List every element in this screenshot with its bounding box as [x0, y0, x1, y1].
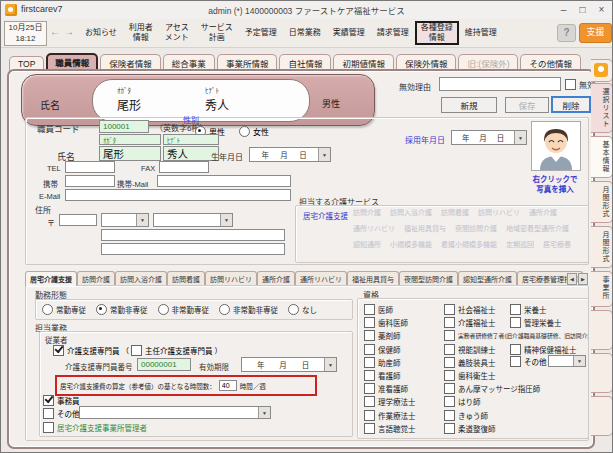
checkbox-icon[interactable] [364, 330, 375, 341]
qualification-checkbox[interactable]: 助産師 [364, 356, 416, 369]
menu-item[interactable]: アセス メント [159, 22, 195, 43]
side-tab[interactable]: 月間形式 [591, 181, 613, 223]
qualification-checkbox[interactable]: 保健師 [364, 343, 416, 356]
service-tab[interactable]: 訪問リハビリ [205, 271, 257, 286]
checkbox-icon[interactable] [444, 330, 455, 341]
qualification-checkbox[interactable]: 歯科医師 [364, 316, 416, 329]
radio-icon[interactable] [42, 304, 53, 315]
qualification-checkbox[interactable]: 言語聴覚士 [364, 422, 416, 435]
checkbox-icon[interactable] [364, 317, 375, 328]
tel-input[interactable] [65, 161, 115, 173]
email-input[interactable] [65, 189, 291, 201]
chevron-down-icon[interactable]: ▼ [573, 356, 585, 366]
other-duty-checkbox[interactable]: その他 [43, 408, 80, 419]
qualification-checkbox[interactable]: 医師 [364, 303, 416, 316]
checkbox-icon[interactable] [510, 304, 521, 315]
side-tab[interactable]: 事業所 [591, 271, 613, 307]
chief-care-manager-checkbox[interactable]: 主任介護支援専門員 [131, 345, 213, 356]
work-style-radio[interactable]: 常勤非専従 [96, 304, 148, 315]
chevron-down-icon[interactable]: ▼ [220, 214, 232, 226]
checkbox-icon[interactable] [364, 383, 375, 394]
checkbox-icon[interactable] [43, 408, 54, 419]
menu-item[interactable]: 実績管理 [327, 27, 371, 39]
checkbox-icon[interactable] [364, 410, 375, 421]
qualification-checkbox[interactable]: 柔道整復師 [444, 422, 589, 435]
chevron-down-icon[interactable]: ▼ [318, 148, 330, 161]
checkbox-icon[interactable] [444, 383, 455, 394]
menu-item[interactable]: 各種登録 情報 [415, 21, 459, 44]
menu-item[interactable]: 維持管理 [459, 27, 503, 39]
service-tab[interactable]: 認知型通所介護 [458, 271, 517, 286]
office-manager-checkbox[interactable]: 居宅介護支援事業所管理者 [43, 422, 147, 433]
kana-last-field[interactable]: ｵｶﾞﾀ [99, 134, 161, 145]
checkbox-icon[interactable] [131, 345, 142, 356]
qualification-checkbox[interactable]: 准看護師 [364, 382, 416, 395]
service-tab[interactable]: 通所介護 [257, 271, 295, 286]
chevron-down-icon[interactable]: ▼ [258, 407, 270, 418]
help-button[interactable]: ? [557, 24, 576, 42]
work-style-radio[interactable]: 非常勤専従 [158, 304, 210, 315]
support-button[interactable]: 支援 [579, 23, 612, 43]
address-line2-input[interactable] [101, 243, 285, 255]
mascot-tab[interactable] [591, 59, 613, 82]
qualification-checkbox[interactable]: 歯科衛生士 [444, 369, 589, 382]
work-style-radio[interactable]: なし [288, 304, 317, 315]
side-tab[interactable] [591, 353, 613, 393]
checkbox-icon[interactable] [444, 410, 455, 421]
service-tab[interactable]: 通所リハビリ [295, 271, 347, 286]
chevron-down-icon[interactable]: ▼ [136, 214, 148, 226]
checkbox-icon[interactable] [53, 345, 64, 356]
validity-date-select[interactable]: 年 月 日 ▼ [241, 357, 337, 372]
city-select[interactable]: ▼ [153, 213, 233, 227]
checkbox-icon[interactable] [444, 357, 455, 368]
checkbox-icon[interactable] [444, 423, 455, 434]
back-arrow-button[interactable]: ← [50, 26, 60, 37]
last-name-field[interactable]: 尾形 [99, 146, 161, 161]
tab-scroll-right-button[interactable]: ▶ [578, 273, 588, 285]
qualification-checkbox[interactable]: 看護師 [364, 369, 416, 382]
delete-button[interactable]: 削除 [551, 96, 591, 113]
tab-scroll-left-button[interactable]: ◀ [567, 273, 577, 285]
hire-date-select[interactable]: 年 月 日 ▼ [451, 130, 527, 145]
service-tab[interactable]: 福祉用具貸与 [347, 271, 399, 286]
radio-icon[interactable] [219, 304, 230, 315]
birth-date-select[interactable]: 年 月 日 ▼ [249, 147, 331, 162]
side-tab[interactable] [591, 396, 613, 436]
checkbox-icon[interactable] [364, 423, 375, 434]
menu-item[interactable]: 日常業務 [283, 27, 327, 39]
invalid-checkbox-box[interactable] [565, 79, 576, 90]
checkbox-icon[interactable] [510, 317, 521, 328]
checkbox-icon[interactable] [364, 344, 375, 355]
qualification-checkbox[interactable]: きゅう師 [444, 409, 589, 422]
qualification-checkbox[interactable]: 精神保健福祉士 [510, 343, 577, 356]
checkbox-icon[interactable] [444, 370, 455, 381]
qualification-checkbox[interactable]: 理学療法士 [364, 395, 416, 408]
checkbox-icon[interactable] [364, 304, 375, 315]
new-button[interactable]: 新規 [441, 97, 497, 113]
menu-item[interactable]: 利用者 情報 [123, 22, 159, 43]
menu-item[interactable]: 予定管理 [239, 27, 283, 39]
chevron-down-icon[interactable]: ▼ [324, 358, 336, 371]
radio-icon[interactable] [158, 304, 169, 315]
staff-photo[interactable] [531, 121, 581, 171]
qual-other-checkbox[interactable]: その他 [510, 356, 547, 367]
work-style-radio[interactable]: 常勤専従 [42, 304, 86, 315]
side-tab[interactable]: 選択リスト [591, 83, 613, 133]
kana-first-field[interactable]: ﾋﾃﾞﾄ [163, 134, 219, 145]
prefecture-select[interactable]: ▼ [101, 213, 149, 227]
qualification-checkbox[interactable]: あん摩マッサージ指圧師 [444, 382, 589, 395]
checkbox-icon[interactable] [364, 370, 375, 381]
invalid-reason-input[interactable] [439, 77, 561, 91]
mobile-input[interactable] [65, 175, 115, 187]
fax-input[interactable] [159, 161, 209, 173]
menu-item[interactable]: お知らせ [79, 27, 123, 39]
checkbox-icon[interactable] [444, 396, 455, 407]
menu-item[interactable]: 請求管理 [371, 27, 415, 39]
checkbox-icon[interactable] [510, 356, 521, 367]
forward-arrow-button[interactable]: → [64, 26, 74, 37]
side-tab[interactable]: 基本情報 [591, 136, 613, 178]
checkbox-icon[interactable] [444, 344, 455, 355]
minimize-button[interactable]: – [554, 1, 573, 18]
qualification-checkbox[interactable]: 栄養士 [510, 303, 577, 316]
qualification-checkbox[interactable]: 薬剤師 [364, 329, 416, 342]
